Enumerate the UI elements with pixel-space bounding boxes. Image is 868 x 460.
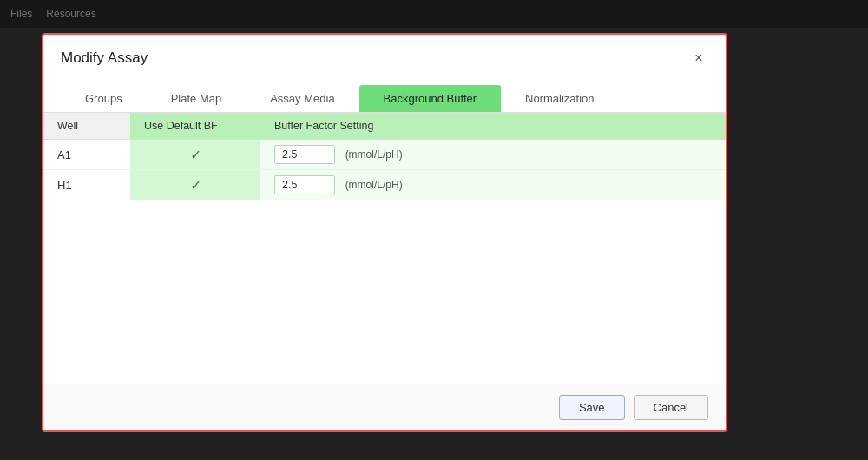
col-header-buffer-factor: Buffer Factor Setting bbox=[260, 113, 726, 140]
dialog-header: Modify Assay × bbox=[43, 35, 726, 68]
modify-assay-dialog: Modify Assay × Groups Plate Map Assay Me… bbox=[42, 33, 727, 432]
cell-buffer-h1: (mmol/L/pH) bbox=[260, 170, 726, 200]
cell-default-bf-h1[interactable]: ✓ bbox=[130, 170, 260, 200]
dialog-footer: Save Cancel bbox=[43, 384, 726, 430]
checkmark-a1: ✓ bbox=[190, 148, 201, 162]
cell-buffer-a1: (mmol/L/pH) bbox=[260, 140, 726, 170]
col-header-well: Well bbox=[43, 113, 130, 140]
buffer-unit-h1: (mmol/L/pH) bbox=[345, 179, 403, 191]
close-button[interactable]: × bbox=[689, 49, 708, 68]
checkmark-h1: ✓ bbox=[190, 178, 201, 193]
table-row: A1 ✓ (mmol/L/pH) bbox=[43, 140, 726, 170]
tab-plate-map[interactable]: Plate Map bbox=[147, 85, 247, 112]
buffer-unit-a1: (mmol/L/pH) bbox=[345, 148, 403, 161]
tab-assay-media[interactable]: Assay Media bbox=[246, 85, 358, 112]
dialog-body: Well Use Default BF Buffer Factor Settin… bbox=[43, 113, 726, 384]
tab-background-buffer[interactable]: Background Buffer bbox=[359, 85, 501, 112]
table-row: H1 ✓ (mmol/L/pH) bbox=[43, 170, 726, 200]
col-header-use-default-bf: Use Default BF bbox=[130, 113, 260, 140]
buffer-input-a1[interactable] bbox=[274, 145, 335, 164]
cell-well-h1: H1 bbox=[43, 170, 130, 200]
cancel-button[interactable]: Cancel bbox=[634, 395, 708, 420]
dialog-title: Modify Assay bbox=[61, 49, 148, 67]
save-button[interactable]: Save bbox=[559, 395, 625, 420]
tab-normalization[interactable]: Normalization bbox=[501, 85, 618, 112]
buffer-table: Well Use Default BF Buffer Factor Settin… bbox=[43, 113, 726, 200]
dialog-tabs: Groups Plate Map Assay Media Background … bbox=[43, 75, 726, 113]
buffer-input-h1[interactable] bbox=[274, 175, 335, 194]
cell-default-bf-a1[interactable]: ✓ bbox=[130, 140, 260, 170]
tab-groups[interactable]: Groups bbox=[61, 85, 147, 112]
cell-well-a1: A1 bbox=[43, 140, 130, 170]
